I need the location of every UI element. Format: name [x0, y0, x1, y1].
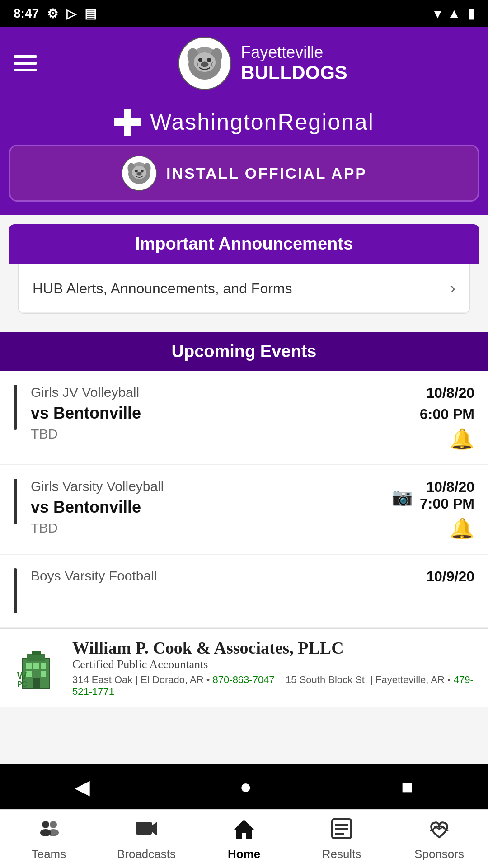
event-indicator-1 — [14, 385, 17, 430]
sponsors-icon — [428, 817, 450, 844]
event-indicator-3 — [14, 568, 17, 613]
event-item-3[interactable]: Boys Varsity Football 10/9/20 — [0, 555, 488, 628]
svg-point-6 — [198, 58, 203, 62]
svg-rect-41 — [335, 833, 344, 835]
event-time-2: 7:00 PM — [420, 495, 474, 512]
svg-point-34 — [48, 829, 59, 836]
event-details-3: Boys Varsity Football — [31, 568, 393, 587]
svg-rect-24 — [33, 663, 39, 669]
sponsor-banner: WashingtonRegional INSTALL OFFICIAL APP — [0, 99, 488, 215]
svg-rect-21 — [27, 654, 45, 661]
svg-point-19 — [136, 172, 141, 176]
svg-rect-27 — [41, 671, 46, 677]
hamburger-menu[interactable] — [14, 55, 37, 71]
svg-point-7 — [207, 58, 211, 62]
home-icon — [233, 817, 255, 844]
ad-logo-area: W PC — [9, 645, 63, 690]
back-button[interactable]: ◀ — [75, 775, 90, 798]
ad-address1: 314 East Oak | El Dorado, AR • — [72, 674, 210, 685]
status-time: 8:47 — [14, 6, 39, 21]
broadcasts-label: Broadcasts — [117, 847, 176, 861]
event-item-1[interactable]: Girls JV Volleyball vs Bentonville TBD 1… — [0, 371, 488, 465]
event-location-2: TBD — [31, 520, 391, 536]
recent-button[interactable]: ■ — [401, 775, 413, 798]
svg-point-8 — [201, 61, 209, 67]
nav-item-sponsors[interactable]: Sponsors — [390, 810, 488, 868]
wr-cross-icon — [114, 108, 141, 136]
nav-item-home[interactable]: Home — [195, 810, 293, 868]
school-name: Fayetteville — [241, 43, 347, 62]
svg-point-17 — [135, 170, 137, 172]
mini-bulldog-logo — [121, 155, 157, 191]
wifi-icon: ▾ — [434, 6, 441, 21]
event-matchup-1: vs Bentonville — [31, 404, 393, 423]
status-bar-right: ▾ ▲ ▮ — [434, 6, 474, 21]
svg-point-31 — [42, 821, 49, 828]
nav-item-teams[interactable]: Teams — [0, 810, 98, 868]
svg-rect-40 — [335, 828, 348, 830]
svg-rect-35 — [136, 822, 152, 835]
chevron-right-icon: › — [450, 279, 455, 298]
event-right-3: 10/9/20 — [393, 568, 474, 585]
install-app-label: INSTALL OFFICIAL APP — [166, 165, 367, 182]
install-app-button[interactable]: INSTALL OFFICIAL APP — [9, 145, 479, 202]
announcement-item[interactable]: HUB Alerts, Announcements, and Forms › — [19, 264, 469, 313]
event-details-2: Girls Varsity Volleyball vs Bentonville … — [31, 479, 391, 536]
events-list: Girls JV Volleyball vs Bentonville TBD 1… — [0, 371, 488, 628]
ad-logo-icon: W PC — [14, 645, 59, 690]
important-announcements-section: Important Announcements HUB Alerts, Anno… — [9, 224, 479, 323]
svg-rect-10 — [114, 118, 141, 126]
settings-icon: ⚙ — [47, 6, 58, 21]
svg-rect-22 — [32, 651, 41, 655]
event-date-2: 10/8/20 — [420, 479, 474, 495]
bottom-nav: Teams Broadcasts Home Results — [0, 809, 488, 868]
event-item-2[interactable]: Girls Varsity Volleyball vs Bentonville … — [0, 465, 488, 555]
ad-text-area: William P. Cook & Associates, PLLC Certi… — [72, 638, 479, 698]
team-name: BULLDOGS — [241, 62, 347, 84]
bell-icon-2[interactable]: 🔔 — [450, 517, 474, 540]
ad-addresses: 314 East Oak | El Dorado, AR • 870-863-7… — [72, 674, 479, 698]
bulldog-logo — [178, 36, 232, 90]
event-date-1: 10/8/20 — [426, 385, 474, 401]
android-nav-bar: ◀ ● ■ — [0, 764, 488, 809]
svg-rect-25 — [41, 663, 46, 669]
bell-icon-1[interactable]: 🔔 — [450, 427, 474, 451]
event-time-1: 6:00 PM — [420, 406, 474, 423]
broadcasts-icon — [135, 817, 158, 844]
svg-point-18 — [141, 170, 143, 172]
svg-marker-36 — [152, 822, 157, 835]
ad-company-name: William P. Cook & Associates, PLLC — [72, 638, 479, 658]
app-header: Fayetteville BULLDOGS — [0, 27, 488, 99]
event-matchup-2: vs Bentonville — [31, 498, 391, 517]
washington-regional: WashingtonRegional — [0, 104, 488, 145]
important-announcements-header: Important Announcements — [9, 224, 479, 264]
event-sport-1: Girls JV Volleyball — [31, 385, 393, 400]
svg-text:PC: PC — [17, 680, 28, 688]
event-details-1: Girls JV Volleyball vs Bentonville TBD — [31, 385, 393, 442]
nav-item-results[interactable]: Results — [293, 810, 390, 868]
header-logo-area: Fayetteville BULLDOGS — [51, 36, 474, 90]
svg-rect-23 — [26, 663, 32, 669]
svg-point-33 — [50, 821, 57, 828]
nav-item-broadcasts[interactable]: Broadcasts — [98, 810, 195, 868]
svg-rect-26 — [26, 671, 32, 677]
announcements-card: HUB Alerts, Announcements, and Forms › — [18, 264, 470, 314]
ad-subtitle: Certified Public Accountants — [72, 658, 479, 671]
home-button[interactable]: ● — [239, 775, 252, 798]
svg-rect-39 — [335, 824, 348, 826]
teams-icon — [38, 817, 60, 844]
teams-label: Teams — [32, 847, 66, 861]
svg-text:W: W — [17, 670, 27, 681]
event-location-1: TBD — [31, 426, 393, 442]
camera-icon-2[interactable]: 📷 — [391, 487, 413, 507]
event-right-2: 📷 10/8/20 7:00 PM 🔔 — [391, 479, 474, 540]
svg-rect-28 — [33, 678, 40, 688]
results-label: Results — [322, 847, 361, 861]
ad-phone1: 870-863-7047 — [213, 674, 275, 685]
sim-icon: ▤ — [84, 6, 96, 21]
svg-marker-37 — [234, 820, 254, 839]
announcement-text: HUB Alerts, Announcements, and Forms — [33, 280, 292, 297]
status-bar: 8:47 ⚙ ▷ ▤ ▾ ▲ ▮ — [0, 0, 488, 27]
sponsors-label: Sponsors — [414, 847, 464, 861]
upcoming-events-section: Upcoming Events Girls JV Volleyball vs B… — [0, 332, 488, 628]
